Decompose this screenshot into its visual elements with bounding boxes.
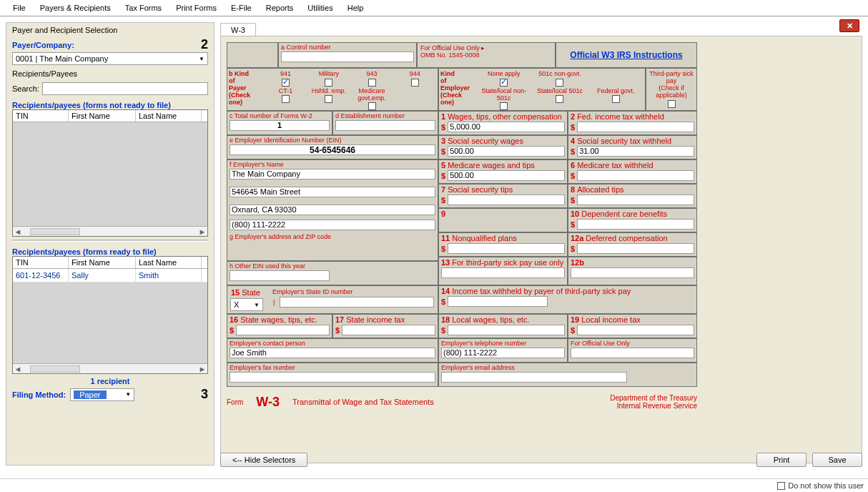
check-military[interactable] — [325, 79, 332, 87]
input-box7[interactable] — [448, 195, 565, 205]
label-a: a Control number — [279, 43, 416, 51]
label-e: e Employer Identification Number (EIN) — [227, 136, 438, 144]
check-fed[interactable] — [612, 95, 620, 103]
label-g: g Employer's address and ZIP code — [227, 232, 438, 240]
check-thirdparty[interactable] — [668, 100, 676, 108]
input-box1[interactable]: 5,000.00 — [448, 122, 565, 132]
check-hshld[interactable] — [325, 95, 332, 103]
input-box4[interactable]: 31.00 — [577, 146, 694, 157]
label-box16: State wages, tips, etc. — [240, 315, 317, 324]
scroll-x2[interactable]: ◄► — [13, 363, 207, 373]
menu-efile[interactable]: E-File — [224, 1, 259, 14]
payer-opt-ct1: CT-1 — [265, 87, 307, 94]
not-ready-grid[interactable]: TIN First Name Last Name ◄► — [12, 109, 208, 237]
input-box18[interactable] — [448, 325, 565, 335]
input-box17[interactable] — [342, 325, 435, 335]
menubar: File Payers & Recipients Tax Forms Print… — [0, 0, 868, 16]
input-fax[interactable] — [230, 372, 435, 383]
menu-file[interactable]: File — [6, 1, 33, 14]
menu-printforms[interactable]: Print Forms — [169, 1, 224, 14]
input-other-ein[interactable] — [230, 270, 330, 281]
input-box3[interactable]: 500.00 — [448, 146, 565, 157]
col-fn2[interactable]: First Name — [69, 257, 136, 268]
menu-help[interactable]: Help — [340, 1, 371, 14]
check-941[interactable] — [282, 79, 290, 87]
input-employer-name[interactable]: The Main Company — [230, 169, 435, 179]
check-medicare[interactable] — [368, 102, 376, 110]
label-fax: Employer's fax number — [227, 363, 438, 371]
table-row[interactable]: 601-12-3456 Sally Smith — [13, 269, 207, 282]
emp-opt-sl501c: State/local 501c — [532, 87, 587, 94]
input-off-use[interactable] — [571, 348, 694, 358]
search-input[interactable] — [42, 82, 208, 95]
menu-payers[interactable]: Payers & Recipients — [33, 1, 118, 14]
input-addr2[interactable]: Oxnard, CA 93030 — [230, 205, 435, 215]
col-ln2[interactable]: Last Name — [136, 257, 202, 268]
input-box5[interactable]: 500.00 — [448, 170, 565, 181]
label-c: c Total number of Forms W-2 — [227, 112, 332, 119]
cell-fn: Sally — [69, 269, 136, 282]
save-button[interactable]: Save — [812, 453, 862, 467]
input-contact[interactable]: Joe Smith — [230, 348, 435, 358]
footer-form: Form — [227, 398, 243, 406]
ready-grid[interactable]: TIN First Name Last Name 601-12-3456 Sal… — [12, 256, 208, 374]
input-box13[interactable] — [441, 267, 565, 278]
check-501c[interactable] — [556, 79, 563, 87]
label-box12a: Deferred compensation — [586, 234, 667, 242]
input-box19[interactable] — [577, 325, 694, 335]
footer-w3: W-3 — [256, 395, 280, 410]
input-email[interactable] — [441, 372, 627, 383]
col-ln[interactable]: Last Name — [136, 110, 202, 122]
col-tin2[interactable]: TIN — [13, 257, 69, 268]
label-box10: Dependent care benefits — [581, 210, 667, 218]
state-combo[interactable]: X▼ — [230, 298, 263, 311]
label-box7: Social security tips — [448, 185, 513, 194]
ready-label: Recipients/payees (forms ready to file) — [12, 247, 208, 256]
input-c[interactable]: 1 — [230, 120, 330, 131]
control-number-input[interactable] — [281, 51, 414, 62]
input-d[interactable] — [335, 120, 435, 131]
check-none-apply[interactable] — [500, 79, 508, 87]
kind-of-employer-label: Kind of Employer (Check one) — [440, 70, 476, 110]
label-f: f Employer's Name — [227, 160, 438, 168]
menu-taxforms[interactable]: Tax Forms — [118, 1, 169, 14]
menu-utilities[interactable]: Utilities — [300, 1, 340, 14]
panel-title: Payer and Recipient Selection — [12, 26, 208, 34]
input-tel[interactable]: (800) 111-2222 — [441, 348, 565, 358]
check-943[interactable] — [368, 79, 376, 87]
check-statelocal[interactable] — [500, 102, 508, 110]
label-box2: Fed. income tax withheld — [577, 112, 664, 121]
input-addr1[interactable]: 546645 Main Street — [230, 187, 435, 197]
input-box8[interactable] — [577, 195, 694, 205]
input-box10[interactable] — [577, 219, 694, 230]
col-tin[interactable]: TIN — [13, 110, 69, 122]
label-d: d Establishment number — [333, 112, 438, 119]
input-ein[interactable]: 54-6545646 — [230, 144, 435, 155]
menu-reports[interactable]: Reports — [259, 1, 301, 14]
irs-instructions-link[interactable]: Official W3 IRS Instructions — [570, 50, 682, 60]
filing-method-combo[interactable]: Paper ▼ — [70, 388, 134, 401]
step-2: 2 — [201, 37, 208, 52]
check-944[interactable] — [411, 79, 419, 87]
input-box16[interactable] — [236, 325, 330, 335]
input-box12b[interactable] — [571, 267, 694, 278]
input-box6[interactable] — [577, 170, 694, 181]
filing-method-label: Filing Method: — [12, 390, 66, 399]
label-box1: Wages, tips, other compensation — [448, 112, 562, 121]
input-box14[interactable] — [448, 296, 548, 307]
scroll-x[interactable]: ◄► — [13, 226, 207, 236]
print-button[interactable]: Print — [756, 453, 807, 467]
col-fn[interactable]: First Name — [69, 110, 136, 122]
input-box12a[interactable] — [577, 243, 694, 254]
payer-company-combo[interactable]: 0001 | The Main Company ▼ — [12, 52, 208, 65]
selector-panel: Payer and Recipient Selection Payer/Comp… — [6, 22, 214, 466]
input-box2[interactable] — [577, 122, 694, 132]
input-phone[interactable]: (800) 111-2222 — [230, 220, 435, 230]
input-state-id[interactable] — [280, 297, 434, 308]
label-box15: State — [242, 288, 260, 297]
hide-selectors-button[interactable]: <-- Hide Selectors — [220, 453, 307, 467]
check-sl501c[interactable] — [556, 95, 563, 103]
input-box11[interactable] — [448, 243, 565, 254]
tab-w3[interactable]: W-3 — [220, 23, 256, 36]
check-ct1[interactable] — [282, 95, 290, 103]
